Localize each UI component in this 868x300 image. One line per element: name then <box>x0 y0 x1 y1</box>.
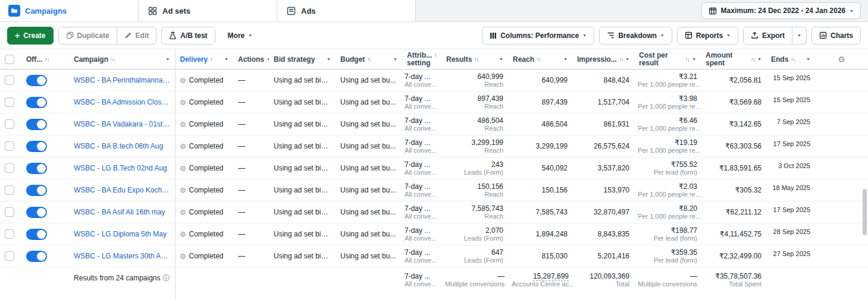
campaign-link[interactable]: WSBC - LG Diploma 5th May <box>74 230 170 238</box>
ab-test-button[interactable]: A/B test <box>161 27 215 45</box>
header-amount-spent[interactable]: Amountspent↑↓▼ <box>701 49 766 70</box>
campaign-link[interactable]: WSBC - BA Perinthalmanna r... <box>74 76 170 84</box>
filter-caret-icon[interactable]: ▼ <box>806 57 810 61</box>
header-reach[interactable]: Reach↑↓▼ <box>508 49 572 70</box>
filter-caret-icon[interactable]: ▼ <box>267 57 269 61</box>
filter-caret-icon[interactable]: ▼ <box>563 57 568 61</box>
row-checkbox[interactable] <box>5 75 14 85</box>
amount-spent-cell: ₹305.32 <box>701 179 766 201</box>
table-row[interactable]: WSBC - BA Vadakara - 01st S... Completed… <box>0 113 868 135</box>
tab-ad-sets[interactable]: Ad sets <box>139 0 277 21</box>
reach-cell: 150,156 <box>508 179 572 201</box>
vertical-scrollbar[interactable] <box>863 189 867 235</box>
table-row[interactable]: WSBC - LG B.Tech 02nd Aug Completed — Us… <box>0 157 868 179</box>
table-row[interactable]: WSBC - LG Diploma 5th May Completed — Us… <box>0 223 868 245</box>
filter-caret-icon[interactable]: ▼ <box>224 57 228 61</box>
campaign-toggle[interactable] <box>26 207 47 218</box>
campaign-toggle[interactable] <box>26 251 47 262</box>
campaign-link[interactable]: WSBC - BA Asif Ali 16th may <box>74 208 170 216</box>
filter-caret-icon[interactable]: ▼ <box>757 57 762 61</box>
table-row[interactable]: WSBC - BA B.tech 06th Aug Completed — Us… <box>0 135 868 157</box>
campaign-toggle[interactable] <box>26 97 47 108</box>
attribution-cell: 7-day ...All conve... <box>402 135 441 157</box>
row-checkbox[interactable] <box>5 185 14 195</box>
campaign-link[interactable]: WSBC - LG Masters 30th April <box>74 252 170 260</box>
filter-caret-icon[interactable]: ▼ <box>692 57 696 61</box>
chevron-down-icon: ▼ <box>850 9 854 13</box>
select-all-checkbox[interactable] <box>5 55 14 64</box>
header-amount-line1: Amount <box>706 52 732 59</box>
campaign-toggle[interactable] <box>26 119 47 130</box>
campaign-cell: WSBC - BA Perinthalmanna r... <box>69 70 175 91</box>
filter-caret-icon[interactable]: ▼ <box>499 57 503 61</box>
header-results[interactable]: Results↑↓▼ <box>441 49 508 70</box>
campaign-toggle[interactable] <box>26 163 47 174</box>
header-attribution[interactable]: Attrib...↑↓setting <box>402 49 441 70</box>
campaign-toggle[interactable] <box>26 141 47 152</box>
filter-caret-icon[interactable]: ▼ <box>327 57 331 61</box>
campaign-toggle[interactable] <box>26 75 47 86</box>
tab-ads[interactable]: Ads <box>277 0 416 21</box>
spacer-cell <box>815 201 868 223</box>
export-button[interactable]: Export <box>743 27 792 45</box>
cost-sub: Per lead (form) <box>638 257 697 264</box>
ends-cell: 15 Sep 2025 <box>766 91 815 113</box>
ad-sets-icon <box>147 5 158 16</box>
create-button[interactable]: + Create <box>7 27 54 45</box>
reach-cell: 7,585,743 <box>508 201 572 223</box>
breakdown-button[interactable]: Breakdown ▼ <box>599 27 672 45</box>
header-delivery[interactable]: Delivery↑ ▼ <box>175 49 233 70</box>
table-row[interactable]: WSBC - BA Admission Closin... Completed … <box>0 91 868 113</box>
header-budget[interactable]: Budget↑↓▼ <box>336 49 402 70</box>
row-checkbox[interactable] <box>5 251 14 261</box>
table-row[interactable]: WSBC - BA Perinthalmanna r... Completed … <box>0 70 868 91</box>
reports-button[interactable]: Reports ▼ <box>677 27 738 45</box>
filter-caret-icon[interactable]: ▼ <box>625 57 629 61</box>
date-range-picker[interactable]: Maximum: 24 Dec 2022 - 24 Jan 2026 ▼ <box>701 2 861 19</box>
header-cost-per-result[interactable]: Cost perresult↑↓▼ <box>634 49 701 70</box>
header-campaign[interactable]: Campaign↑↓ ▼ <box>69 49 175 70</box>
campaign-link[interactable]: WSBC - BA B.tech 06th Aug <box>74 142 170 150</box>
header-cost-line1: Cost per <box>639 52 668 59</box>
delivery-status-dot <box>180 166 186 171</box>
row-checkbox[interactable] <box>5 163 14 173</box>
campaign-toggle[interactable] <box>26 185 47 196</box>
attribution-value: 7-day ... <box>405 138 439 147</box>
table-row[interactable]: WSBC - LG Masters 30th April Completed —… <box>0 245 868 267</box>
info-icon[interactable]: ⓘ <box>163 274 170 282</box>
filter-caret-icon[interactable]: ▼ <box>166 57 170 61</box>
charts-button[interactable]: Charts <box>811 27 861 45</box>
row-checkbox[interactable] <box>5 97 14 107</box>
header-ends[interactable]: Ends↑↓▼ <box>766 49 815 70</box>
row-checkbox[interactable] <box>5 207 14 217</box>
header-actions[interactable]: Actions▼ <box>233 49 269 70</box>
table-row[interactable]: WSBC - BA Asif Ali 16th may Completed — … <box>0 201 868 223</box>
footer-spacer <box>233 267 269 300</box>
row-checkbox[interactable] <box>5 229 14 239</box>
export-options-button[interactable]: ▼ <box>792 27 807 45</box>
totals-results-sub: Multiple conversions <box>445 280 504 288</box>
row-checkbox[interactable] <box>5 141 14 151</box>
campaign-toggle[interactable] <box>26 229 47 240</box>
footer-spacer <box>0 267 21 300</box>
campaign-link[interactable]: WSBC - BA Vadakara - 01st S... <box>74 120 170 128</box>
totals-reach[interactable]: 15,287,699 <box>533 272 569 281</box>
campaign-link[interactable]: WSBC - BA Admission Closin... <box>74 98 170 106</box>
edit-button[interactable]: Edit <box>117 27 157 45</box>
filter-caret-icon[interactable]: ▼ <box>393 57 397 61</box>
tab-campaigns[interactable]: Campaigns <box>0 0 139 21</box>
delivery-status-dot <box>180 100 186 105</box>
campaign-link[interactable]: WSBC - LG B.Tech 02nd Aug <box>74 164 170 172</box>
more-button[interactable]: More ▼ <box>220 27 261 45</box>
row-checkbox[interactable] <box>5 119 14 129</box>
results-cell: 243Leads (Form) <box>441 157 508 179</box>
columns-button[interactable]: Columns: Performance ▼ <box>482 27 594 45</box>
duplicate-button[interactable]: Duplicate <box>58 27 117 45</box>
ends-cell: 28 Sep 2025 <box>766 223 815 245</box>
table-row[interactable]: WSBC - BA Edu Expo Kochi 1... Completed … <box>0 179 868 201</box>
header-off[interactable]: Off...↑↓ <box>21 49 69 70</box>
campaign-link[interactable]: WSBC - BA Edu Expo Kochi 1... <box>74 186 170 194</box>
header-bid-strategy[interactable]: Bid strategy▼ <box>269 49 336 70</box>
column-settings-button[interactable]: ⚙ <box>815 49 868 70</box>
header-impressions[interactable]: Impressio...↑↓▼ <box>572 49 634 70</box>
